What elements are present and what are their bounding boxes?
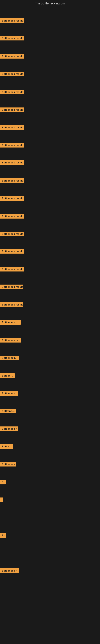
bottleneck-result-item[interactable]: Bottleneck result [0, 178, 24, 184]
bottleneck-badge: Bo… [0, 533, 6, 538]
bottleneck-badge: Bottleneck r… [0, 426, 18, 431]
bottleneck-result-item[interactable]: Bottleneck result [0, 72, 24, 77]
bottleneck-badge: Bottleneck result [0, 54, 24, 58]
bottleneck-badge: Bottleneck… [0, 391, 18, 396]
bottleneck-result-item[interactable]: Bottleneck… [0, 391, 18, 396]
bottleneck-badge: Bottleneck result [0, 108, 24, 112]
bottleneck-result-item[interactable]: Bottle… [0, 444, 13, 450]
bottleneck-badge: Bottlen… [0, 373, 15, 378]
bottleneck-badge: Bottleneck result [0, 143, 24, 148]
bottleneck-badge: Bottleneck result [0, 125, 24, 130]
bottleneck-result-item[interactable]: Bottleneck result [0, 160, 24, 166]
bottleneck-result-item[interactable]: Bottleneck result [0, 90, 24, 95]
bottleneck-result-item[interactable]: Bottleneck result [0, 249, 24, 254]
bottleneck-result-item[interactable]: Bottleneck r… [0, 426, 18, 432]
bottleneck-result-item[interactable]: Bottleneck result [0, 18, 24, 24]
bottleneck-badge: Bottleneck re… [0, 338, 21, 342]
bottleneck-result-item[interactable]: Bottleneck… [0, 462, 16, 467]
bottleneck-result-item[interactable]: Bottleneck result [0, 232, 24, 237]
bottleneck-result-item[interactable]: Bottleneck result [0, 36, 24, 41]
bottleneck-badge: Bottleneck r… [0, 320, 21, 324]
bottleneck-badge: B… [0, 480, 6, 484]
bottleneck-badge: | [0, 498, 3, 502]
bottleneck-badge: Bottleneck result [0, 284, 23, 289]
bottleneck-badge: Bottleneck result [0, 196, 24, 201]
bottleneck-result-item[interactable]: Bottlen… [0, 373, 15, 379]
bottleneck-badge: Bottleneck r… [0, 568, 19, 573]
bottleneck-result-item[interactable]: Bo… [0, 533, 6, 538]
bottleneck-result-item[interactable]: Bottleneck result [0, 196, 24, 202]
bottleneck-result-item[interactable]: Bottleneck result [0, 284, 23, 290]
bottleneck-badge: Bottleneck result [0, 18, 24, 23]
bottleneck-badge: Bottleneck result [0, 214, 24, 218]
bottleneck-badge: Botttene… [0, 409, 16, 413]
bottleneck-badge: Bottleneck result [0, 178, 24, 183]
bottleneck-result-item[interactable]: Bottleneck result [0, 214, 24, 219]
bottleneck-result-item[interactable]: Bottleneck result [0, 267, 24, 272]
bottleneck-result-item[interactable]: Bottleneck result [0, 302, 23, 308]
bottleneck-result-item[interactable]: Bottleneck result [0, 125, 24, 130]
bottleneck-badge: Bottleneck result [0, 160, 24, 165]
bottleneck-badge: Bottleneck result [0, 36, 24, 40]
bottleneck-badge: Bottleneck result [0, 72, 24, 76]
bottleneck-result-item[interactable]: Bottleneck… [0, 356, 19, 361]
bottleneck-result-item[interactable]: Bottleneck result [0, 143, 24, 148]
bottleneck-badge: Bottleneck… [0, 462, 16, 466]
bottleneck-result-item[interactable]: B… [0, 480, 6, 485]
site-title: TheBottlenecker.com [0, 0, 100, 7]
bottleneck-result-item[interactable]: Bottleneck re… [0, 338, 21, 343]
bottleneck-badge: Bottleneck result [0, 249, 24, 254]
bottleneck-result-item[interactable]: Botttene… [0, 409, 16, 414]
bottleneck-result-item[interactable]: Bottleneck r… [0, 320, 21, 326]
bottleneck-badge: Bottle… [0, 444, 13, 449]
bottleneck-result-item[interactable]: Bottleneck r… [0, 568, 19, 574]
bottleneck-badge: Bottleneck… [0, 356, 19, 360]
bottleneck-result-item[interactable]: Bottleneck result [0, 108, 24, 113]
bottleneck-result-item[interactable]: | [0, 498, 3, 503]
bottleneck-badge: Bottleneck result [0, 302, 23, 307]
bottleneck-badge: Bottleneck result [0, 232, 24, 236]
bottleneck-badge: Bottleneck result [0, 267, 24, 272]
bottleneck-result-item[interactable]: Bottleneck result [0, 54, 24, 59]
bottleneck-badge: Bottleneck result [0, 90, 24, 94]
